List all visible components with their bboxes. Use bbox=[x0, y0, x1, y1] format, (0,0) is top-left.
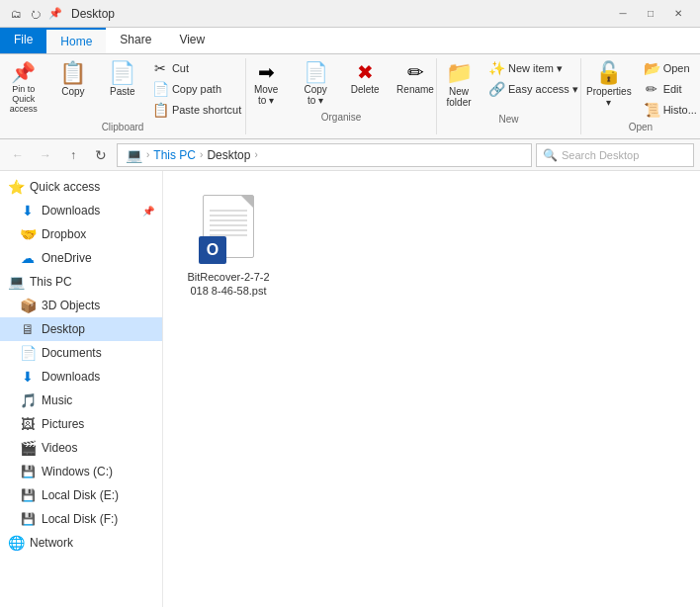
paste-shortcut-button[interactable]: 📋 Paste shortcut bbox=[148, 100, 245, 120]
sidebar-label-local-disk-e: Local Disk (E:) bbox=[42, 488, 119, 502]
easy-access-label: Easy access ▾ bbox=[508, 83, 578, 96]
sidebar-item-quick-access[interactable]: ⭐ Quick access bbox=[0, 175, 162, 199]
ribbon-body: 📌 Pin to Quickaccess 📋 Copy 📄 Paste ✂ bbox=[0, 54, 700, 138]
open-icon: 📂 bbox=[644, 60, 659, 76]
tab-home[interactable]: Home bbox=[46, 28, 106, 53]
downloads-pc-icon: ⬇ bbox=[20, 369, 36, 385]
maximize-button[interactable]: □ bbox=[637, 0, 664, 28]
copy-to-button[interactable]: 📄 Copyto ▾ bbox=[292, 58, 339, 110]
rename-button[interactable]: ✏ Rename bbox=[391, 58, 440, 99]
undo-icon[interactable]: ⭮ bbox=[28, 6, 44, 22]
close-button[interactable]: ✕ bbox=[664, 0, 692, 28]
documents-icon: 📄 bbox=[20, 345, 36, 361]
minimize-button[interactable]: ─ bbox=[609, 0, 637, 28]
new-small-buttons: ✨ New item ▾ 🔗 Easy access ▾ bbox=[484, 58, 582, 99]
sidebar-item-dropbox[interactable]: 🤝 Dropbox bbox=[0, 222, 162, 246]
up-button[interactable]: ↑ bbox=[61, 143, 85, 167]
sidebar-label-this-pc: This PC bbox=[30, 275, 72, 289]
breadcrumb-sep1: › bbox=[146, 149, 149, 160]
cut-label: Cut bbox=[172, 62, 189, 74]
window-controls: ─ □ ✕ bbox=[609, 0, 692, 28]
sidebar-item-pictures[interactable]: 🖼 Pictures bbox=[0, 412, 162, 436]
sidebar-item-downloads[interactable]: ⬇ Downloads 📌 bbox=[0, 199, 162, 222]
pin-icon[interactable]: 📌 bbox=[47, 6, 63, 22]
sidebar-item-desktop[interactable]: 🖥 Desktop bbox=[0, 317, 162, 341]
clipboard-items: 📌 Pin to Quickaccess 📋 Copy 📄 Paste ✂ bbox=[0, 58, 245, 120]
cut-icon: ✂ bbox=[152, 60, 168, 76]
breadcrumb-sep3: › bbox=[254, 149, 257, 160]
paste-icon: 📄 bbox=[109, 62, 135, 84]
file-corner bbox=[241, 196, 253, 208]
file-lines bbox=[210, 210, 247, 236]
easy-access-button[interactable]: 🔗 Easy access ▾ bbox=[484, 79, 582, 99]
sidebar: ⭐ Quick access ⬇ Downloads 📌 🤝 Dropbox ☁… bbox=[0, 171, 163, 607]
open-group: 🔓 Properties▾ 📂 Open ✏ Edit 📜 Histo... bbox=[581, 58, 700, 134]
sidebar-item-network[interactable]: 🌐 Network bbox=[0, 531, 162, 555]
pin-to-quick-access-button[interactable]: 📌 Pin to Quickaccess bbox=[0, 58, 47, 118]
easy-access-icon: 🔗 bbox=[488, 81, 504, 97]
sidebar-item-downloads-pc[interactable]: ⬇ Downloads bbox=[0, 365, 162, 389]
copy-icon: 📋 bbox=[59, 62, 86, 84]
main-layout: ⭐ Quick access ⬇ Downloads 📌 🤝 Dropbox ☁… bbox=[0, 171, 700, 607]
file-line bbox=[210, 224, 247, 226]
properties-label: Properties▾ bbox=[586, 86, 632, 108]
new-folder-button[interactable]: 📁 Newfolder bbox=[435, 58, 482, 112]
sidebar-item-onedrive[interactable]: ☁ OneDrive bbox=[0, 246, 162, 270]
open-button[interactable]: 📂 Open bbox=[640, 58, 700, 78]
history-button[interactable]: 📜 Histo... bbox=[640, 100, 700, 120]
cut-button[interactable]: ✂ Cut bbox=[148, 58, 245, 78]
sidebar-label-onedrive: OneDrive bbox=[42, 251, 92, 265]
tab-share[interactable]: Share bbox=[106, 28, 165, 53]
delete-button[interactable]: ✖ Delete bbox=[341, 58, 389, 99]
sidebar-item-windows-c[interactable]: 💾 Windows (C:) bbox=[0, 460, 162, 483]
sidebar-item-documents[interactable]: 📄 Documents bbox=[0, 341, 162, 365]
sidebar-item-music[interactable]: 🎵 Music bbox=[0, 389, 162, 412]
videos-icon: 🎬 bbox=[20, 440, 36, 456]
search-box[interactable]: 🔍 Search Desktop bbox=[536, 143, 694, 167]
forward-button[interactable]: → bbox=[34, 143, 57, 167]
move-to-button[interactable]: ➡ Moveto ▾ bbox=[242, 58, 290, 110]
open-label: Open bbox=[629, 122, 653, 134]
copy-path-label: Copy path bbox=[172, 83, 221, 95]
sidebar-label-dropbox: Dropbox bbox=[42, 227, 86, 241]
sidebar-item-local-disk-e[interactable]: 💾 Local Disk (E:) bbox=[0, 483, 162, 507]
file-line bbox=[210, 210, 247, 212]
paste-button[interactable]: 📄 Paste bbox=[99, 58, 146, 101]
sidebar-label-local-disk-f: Local Disk (F:) bbox=[42, 512, 118, 526]
new-items: 📁 Newfolder ✨ New item ▾ 🔗 Easy access ▾ bbox=[435, 58, 582, 112]
copy-button[interactable]: 📋 Copy bbox=[49, 58, 97, 101]
ribbon-tabs: File Home Share View bbox=[0, 28, 700, 54]
move-to-label: Moveto ▾ bbox=[254, 84, 278, 106]
quick-access-icon: ⭐ bbox=[8, 179, 24, 195]
properties-button[interactable]: 🔓 Properties▾ bbox=[580, 58, 638, 112]
organise-label: Organise bbox=[321, 112, 362, 125]
title-bar: 🗂 ⭮ 📌 Desktop ─ □ ✕ bbox=[0, 0, 700, 28]
pictures-icon: 🖼 bbox=[20, 416, 36, 432]
copy-path-button[interactable]: 📄 Copy path bbox=[148, 79, 245, 99]
sidebar-item-this-pc[interactable]: 💻 This PC bbox=[0, 270, 162, 294]
file-item-bitrecover[interactable]: O BitRecover-2-7-2018 8-46-58.pst bbox=[179, 187, 278, 306]
organise-items: ➡ Moveto ▾ 📄 Copyto ▾ ✖ Delete ✏ Rename bbox=[242, 58, 440, 110]
breadcrumb[interactable]: 💻 › This PC › Desktop › bbox=[117, 143, 532, 167]
edit-icon: ✏ bbox=[644, 81, 659, 97]
sidebar-item-videos[interactable]: 🎬 Videos bbox=[0, 436, 162, 460]
pin-label: Pin to Quickaccess bbox=[6, 84, 42, 114]
edit-button[interactable]: ✏ Edit bbox=[640, 79, 700, 99]
tab-file[interactable]: File bbox=[0, 28, 46, 53]
breadcrumb-thispc[interactable]: This PC bbox=[153, 148, 196, 162]
windows-c-icon: 💾 bbox=[20, 465, 36, 478]
ribbon: File Home Share View 📌 Pin to Quickacces… bbox=[0, 28, 700, 139]
refresh-button[interactable]: ↻ bbox=[89, 143, 113, 167]
organise-group: ➡ Moveto ▾ 📄 Copyto ▾ ✖ Delete ✏ Rename … bbox=[246, 58, 437, 134]
file-line bbox=[210, 219, 247, 221]
sidebar-label-music: Music bbox=[42, 393, 72, 407]
sidebar-item-3d-objects[interactable]: 📦 3D Objects bbox=[0, 294, 162, 317]
new-item-button[interactable]: ✨ New item ▾ bbox=[484, 58, 582, 78]
folder-icon: 🗂 bbox=[8, 6, 24, 22]
delete-icon: ✖ bbox=[357, 62, 374, 82]
back-button[interactable]: ← bbox=[6, 143, 30, 167]
history-icon: 📜 bbox=[644, 102, 659, 118]
sidebar-item-local-disk-f[interactable]: 💾 Local Disk (F:) bbox=[0, 507, 162, 531]
tab-view[interactable]: View bbox=[165, 28, 219, 53]
local-disk-f-icon: 💾 bbox=[20, 512, 36, 526]
